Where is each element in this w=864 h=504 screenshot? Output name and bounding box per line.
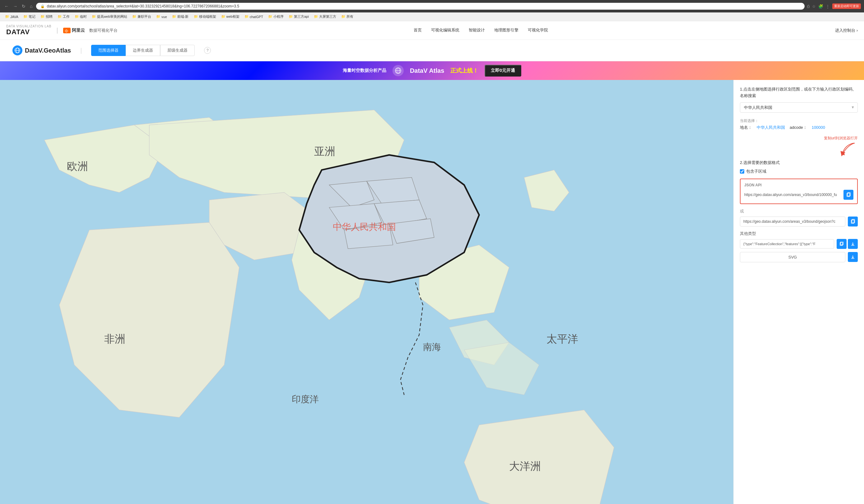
tab-level-generator[interactable]: 层级生成器: [160, 45, 195, 56]
instruction-section: 1.点击左侧地图选择行政区划范围，或在下方输入行政区划编码、名称搜索 中华人民共…: [740, 86, 858, 112]
folder-icon: 📁: [268, 15, 273, 19]
home-button[interactable]: ⌂: [28, 3, 34, 9]
folder-icon: 📁: [5, 15, 9, 19]
geo-atlas-icon: [12, 45, 22, 56]
svg-text:中华人民共和国: 中华人民共和国: [333, 222, 396, 232]
address-text: datav.aliyun.com/portal/school/atlas/are…: [47, 4, 239, 8]
folder-icon: 📁: [58, 15, 62, 19]
star-icon[interactable]: ☆: [812, 4, 816, 9]
svg-text:印度洋: 印度洋: [292, 394, 319, 404]
banner-icon: [393, 65, 404, 76]
folder-icon: 📁: [40, 15, 45, 19]
banner-prefix: 海量时空数据分析产品: [343, 68, 386, 73]
folder-icon: 📁: [132, 15, 136, 19]
folder-icon: 📁: [156, 15, 160, 19]
nav-design[interactable]: 智能设计: [469, 26, 485, 35]
svg-text:亚洲: 亚洲: [314, 145, 335, 157]
nav-geo[interactable]: 地理图形引擎: [494, 26, 518, 35]
or-divider: 或: [740, 208, 858, 214]
api-url-row: https://geo.datav.aliyun.com/areas_v3/bo…: [744, 190, 853, 200]
geojson-url-row: https://geo.datav.aliyun.com/areas_v3/bo…: [740, 217, 858, 227]
tab-buttons: 范围选择器 边界生成器 层级生成器: [91, 45, 195, 56]
browser-bar: ← → ↻ ⌂ 🔒 datav.aliyun.com/portal/school…: [0, 0, 864, 12]
folder-icon: 📁: [75, 15, 79, 19]
nav-editor[interactable]: 可视化编辑系统: [431, 26, 459, 35]
include-subregion-checkbox[interactable]: [740, 169, 744, 173]
bookmark-all[interactable]: 📁 所有: [339, 14, 355, 20]
map-area[interactable]: 中华人民共和国 欧洲 亚洲 非洲 大洋洲 太平洋 南海 印度洋 下钻：单击要下钻…: [0, 80, 733, 504]
address-bar[interactable]: 🔒 datav.aliyun.com/portal/school/atlas/a…: [36, 3, 805, 10]
tab-boundary-generator[interactable]: 边界生成器: [125, 45, 160, 56]
bookmark-thirdapi[interactable]: 📁 第三方api: [287, 14, 311, 20]
bookmark-webui[interactable]: 📁 提高web审美的网站: [90, 14, 129, 20]
code-label: adcode：: [790, 125, 807, 130]
bookmark-java[interactable]: 📁 JAVA: [3, 14, 20, 19]
copy-url-hint: 复制url到浏览器打开: [824, 136, 858, 140]
share-icon[interactable]: ⎙: [807, 4, 809, 9]
map-svg[interactable]: 中华人民共和国 欧洲 亚洲 非洲 大洋洲 太平洋 南海 印度洋: [0, 80, 733, 504]
bookmark-mobile[interactable]: 📁 移动端框架: [192, 14, 218, 20]
copy-icon: [846, 192, 851, 197]
forward-button[interactable]: →: [12, 3, 19, 9]
svg-text:-{}-: -{}-: [64, 29, 69, 32]
nav-home[interactable]: 首页: [413, 26, 422, 35]
format-instruction: 2.选择需要的数据格式: [740, 160, 858, 166]
current-selection: 当前选择： 地名： 中华人民共和国 adcode： 100000: [740, 118, 858, 130]
copy-json-api-button[interactable]: [843, 190, 853, 200]
bookmark-bigscreen[interactable]: 📁 大屏第三方: [312, 14, 338, 20]
help-icon[interactable]: ?: [204, 47, 211, 54]
folder-icon: 📁: [172, 15, 176, 19]
bookmark-frontend[interactable]: 📁 前端-新: [170, 14, 191, 20]
browser-controls: ← → ↻ ⌂: [3, 3, 34, 9]
bookmark-recruit[interactable]: 📁 招聘: [38, 14, 55, 20]
bookmark-temp[interactable]: 📁 临时: [73, 14, 89, 20]
json-api-box: JSON API https://geo.datav.aliyun.com/ar…: [740, 179, 858, 204]
name-value: 中华人民共和国: [757, 125, 785, 130]
tab-range-selector[interactable]: 范围选择器: [91, 45, 125, 56]
back-button[interactable]: ←: [3, 3, 10, 9]
folder-icon: 📁: [341, 15, 346, 19]
checkbox-label: 包含子区域: [746, 169, 766, 174]
region-select-wrapper: 中华人民共和国 ▼: [740, 103, 858, 112]
nav-enter-button[interactable]: 进入控制台 ›: [835, 28, 858, 33]
copy-feature-button[interactable]: [837, 239, 847, 249]
bookmark-vue[interactable]: 📁 vue: [154, 14, 169, 19]
download-feature-button[interactable]: [848, 239, 858, 249]
bookmark-work[interactable]: 📁 工作: [56, 14, 72, 20]
menu-icon[interactable]: ⋮: [826, 4, 830, 9]
datav-logo: DATA VISUALIZATION LAB DATAV: [6, 25, 51, 36]
selection-row: 地名： 中华人民共和国 adcode： 100000: [740, 125, 858, 130]
folder-icon: 📁: [289, 15, 293, 19]
svg-text:欧洲: 欧洲: [67, 160, 88, 172]
main-content: 中华人民共和国 欧洲 亚洲 非洲 大洋洲 太平洋 南海 印度洋 下钻：单击要下钻…: [0, 80, 864, 504]
folder-icon: 📁: [194, 15, 198, 19]
feature-collection-buttons: [837, 239, 858, 249]
refresh-button[interactable]: ↻: [21, 3, 27, 9]
bookmark-webframe[interactable]: 📁 web框架: [219, 14, 241, 20]
banner-suffix: 正式上线！: [451, 67, 478, 74]
nav-academy[interactable]: 可视化学院: [528, 26, 548, 35]
feature-collection-row: {"type":"FeatureCollection","features":[…: [740, 239, 858, 249]
banner-brand: DataV Atlas: [410, 67, 444, 74]
logo-area: DATA VISUALIZATION LAB DATAV | -{}- 阿里云 …: [6, 25, 118, 36]
bookmark-miniapp[interactable]: 📁 小程序: [266, 14, 286, 20]
bookmark-freelance[interactable]: 📁 兼职平台: [130, 14, 153, 20]
json-api-label: JSON API: [744, 183, 853, 187]
checkbox-row: 包含子区域: [740, 169, 858, 174]
nav-menu: 首页 可视化编辑系统 智能设计 地理图形引擎 可视化学院: [127, 26, 835, 35]
extension-icon[interactable]: 🧩: [818, 4, 823, 9]
download-icon: [851, 242, 855, 246]
sub-header: DataV.GeoAtlas | 范围选择器 边界生成器 层级生成器 ?: [0, 40, 864, 61]
restart-badge[interactable]: 重新启动即可更新: [832, 3, 861, 9]
logo-subtitle: 数据可视化平台: [89, 28, 118, 33]
browser-actions: ⎙ ☆ 🧩 ⋮ 重新启动即可更新: [807, 3, 861, 9]
current-label: 当前选择：: [740, 118, 858, 123]
region-select[interactable]: 中华人民共和国: [740, 103, 858, 112]
json-api-url: https://geo.datav.aliyun.com/areas_v3/bo…: [744, 193, 841, 197]
download-svg-button[interactable]: [848, 252, 858, 262]
copy-geojson-button[interactable]: [848, 217, 858, 227]
svg-label: SVG: [740, 252, 845, 262]
bookmark-chatgpt[interactable]: 📁 chatGPT: [243, 14, 265, 19]
bookmark-notes[interactable]: 📁 笔记: [22, 14, 37, 20]
banner-cta-button[interactable]: 立即0元开通: [484, 65, 521, 76]
